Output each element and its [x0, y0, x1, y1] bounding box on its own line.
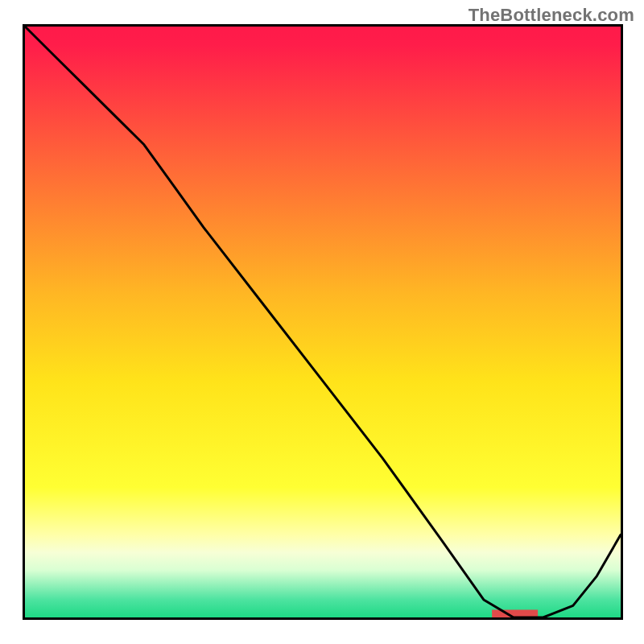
plot-svg [25, 27, 621, 617]
watermark-text: TheBottleneck.com [469, 5, 634, 26]
chart-frame: TheBottleneck.com [0, 0, 644, 644]
plot-area [23, 24, 623, 620]
